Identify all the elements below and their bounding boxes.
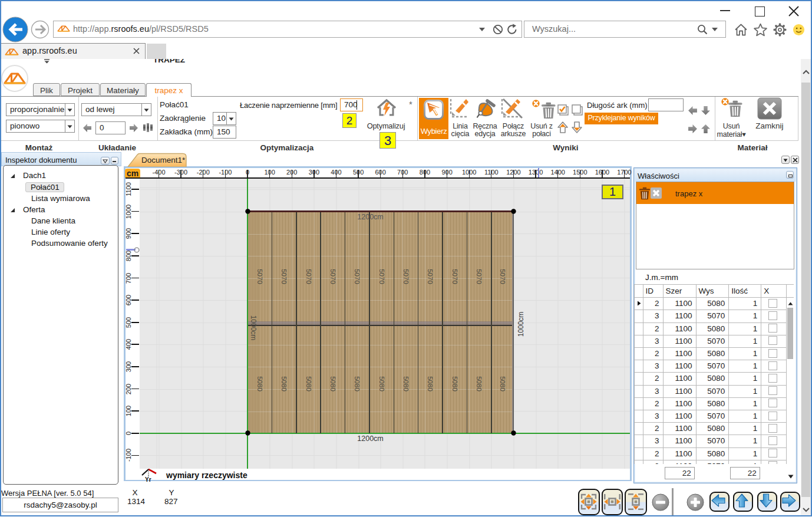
svg-text:Yr: Yr (145, 476, 151, 482)
